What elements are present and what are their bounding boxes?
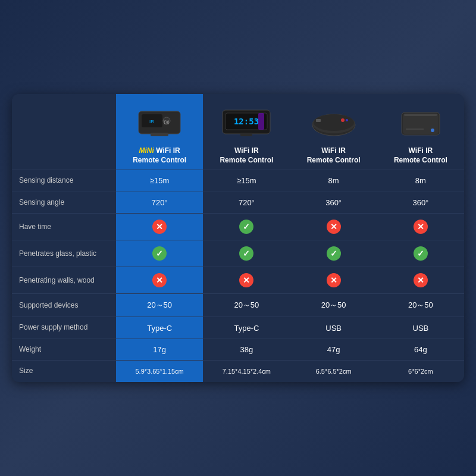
svg-rect-14 (316, 119, 321, 122)
svg-point-20 (431, 129, 434, 132)
icon-cross: ✕ (414, 273, 428, 287)
mini-device-svg: IR )))) (136, 105, 183, 138)
label-supported-devices: Supported devices (12, 294, 116, 317)
svg-rect-9 (240, 133, 252, 136)
icon-cross: ✕ (152, 273, 167, 287)
label-size: Size (12, 361, 116, 382)
svg-point-15 (341, 118, 345, 122)
label-penetrating-walls: Penetrating walls, wood (12, 267, 116, 293)
cell-sensing-angle-4: 360° (377, 192, 464, 214)
round-device-svg (310, 107, 358, 137)
cell-supported-devices-3: 20～50 (290, 294, 377, 317)
svg-rect-10 (258, 113, 264, 130)
product-image-box (394, 101, 447, 143)
product-name-round: WiFi IRRemote Control (307, 146, 361, 165)
row-have-time: Have time ✕ ✓ ✕ ✕ (12, 213, 464, 240)
product-image-round (307, 101, 361, 143)
cell-supported-devices-2: 20～50 (203, 294, 290, 317)
row-power-supply: Power supply method Type-C Type-C USB US… (12, 317, 464, 339)
product-name-mini: MiNi WiFi IRRemote Control (133, 146, 186, 165)
label-weight: Weight (12, 339, 116, 361)
data-rows-container: Sensing distance ≥15m ≥15m 8m 8m Sensing… (12, 170, 464, 382)
svg-text:IR: IR (149, 119, 154, 124)
cell-sensing-distance-4: 8m (377, 170, 464, 192)
cell-power-supply-1: Type-C (116, 317, 203, 339)
cell-penetrating-walls-3: ✕ (290, 267, 377, 293)
icon-check: ✓ (414, 246, 428, 261)
cell-size-1: 5.9*3.65*1.15cm (116, 361, 203, 382)
icon-check: ✓ (152, 246, 167, 261)
product-header-row: IR )))) MiNi WiFi IRRemote Control 12:53 (12, 94, 464, 170)
label-have-time: Have time (12, 214, 116, 240)
cell-have-time-4: ✕ (377, 214, 464, 240)
icon-check: ✓ (327, 246, 341, 261)
cell-penetrates-glass-4: ✓ (377, 240, 464, 267)
header-empty-cell (12, 94, 116, 170)
box-device-svg (397, 105, 444, 138)
svg-text:12:53: 12:53 (234, 117, 259, 126)
row-size: Size 5.9*3.65*1.15cm 7.15*4.15*2.4cm 6.5… (12, 360, 464, 382)
icon-cross: ✕ (152, 220, 167, 234)
cell-supported-devices-1: 20～50 (116, 294, 203, 317)
label-sensing-distance: Sensing distance (12, 170, 116, 192)
product-col-box: WiFi IRRemote Control (377, 94, 464, 170)
cell-sensing-angle-3: 360° (290, 192, 377, 214)
cell-power-supply-4: USB (377, 317, 464, 339)
cell-have-time-1: ✕ (116, 214, 203, 240)
cell-penetrating-walls-2: ✕ (203, 267, 290, 293)
product-name-clock: WiFi IRRemote Control (220, 146, 273, 165)
row-penetrates-glass: Penetrates glass, plastic ✓ ✓ ✓ ✓ (12, 240, 464, 267)
cell-sensing-distance-1: ≥15m (116, 170, 203, 192)
product-col-mini: IR )))) MiNi WiFi IRRemote Control (116, 94, 203, 170)
cell-have-time-3: ✕ (290, 214, 377, 240)
product-name-box: WiFi IRRemote Control (394, 146, 447, 165)
cell-power-supply-2: Type-C (203, 317, 290, 339)
cell-weight-4: 64g (377, 339, 464, 361)
cell-penetrating-walls-4: ✕ (377, 267, 464, 293)
product-col-clock: 12:53 WiFi IRRemote Control (203, 94, 290, 170)
cell-size-2: 7.15*4.15*2.4cm (203, 361, 290, 382)
cell-penetrates-glass-1: ✓ (116, 240, 203, 267)
cell-sensing-distance-3: 8m (290, 170, 377, 192)
clock-device-svg: 12:53 (220, 105, 273, 138)
cell-weight-2: 38g (203, 339, 290, 361)
svg-rect-19 (404, 114, 437, 116)
label-sensing-angle: Sensing angle (12, 192, 116, 214)
icon-check: ✓ (239, 220, 253, 234)
cell-weight-1: 17g (116, 339, 203, 361)
row-weight: Weight 17g 38g 47g 64g (12, 339, 464, 361)
row-sensing-distance: Sensing distance ≥15m ≥15m 8m 8m (12, 170, 464, 192)
cell-size-4: 6*6*2cm (377, 361, 464, 382)
icon-cross: ✕ (239, 273, 253, 287)
cell-penetrates-glass-2: ✓ (203, 240, 290, 267)
svg-text:)))): )))) (164, 120, 169, 124)
icon-cross: ✕ (327, 220, 341, 234)
svg-point-16 (346, 119, 348, 121)
cell-penetrating-walls-1: ✕ (116, 267, 203, 293)
cell-sensing-angle-1: 720° (116, 192, 203, 214)
cell-sensing-distance-2: ≥15m (203, 170, 290, 192)
icon-cross: ✕ (327, 273, 341, 287)
product-image-clock: 12:53 (220, 101, 273, 143)
svg-point-13 (314, 114, 354, 131)
cell-power-supply-3: USB (290, 317, 377, 339)
product-col-round: WiFi IRRemote Control (290, 94, 377, 170)
comparison-table: IR )))) MiNi WiFi IRRemote Control 12:53 (12, 94, 464, 382)
cell-supported-devices-4: 20～50 (377, 294, 464, 317)
svg-rect-5 (151, 133, 168, 136)
label-power-supply: Power supply method (12, 317, 116, 339)
row-penetrating-walls: Penetrating walls, wood ✕ ✕ ✕ ✕ (12, 267, 464, 293)
cell-penetrates-glass-3: ✓ (290, 240, 377, 267)
cell-sensing-angle-2: 720° (203, 192, 290, 214)
cell-have-time-2: ✓ (203, 214, 290, 240)
row-supported-devices: Supported devices 20～50 20～50 20～50 20～5… (12, 293, 464, 317)
cell-weight-3: 47g (290, 339, 377, 361)
icon-check: ✓ (239, 246, 253, 261)
product-image-mini: IR )))) (133, 101, 186, 143)
label-penetrates-glass: Penetrates glass, plastic (12, 240, 116, 267)
icon-cross: ✕ (414, 220, 428, 234)
cell-size-3: 6.5*6.5*2cm (290, 361, 377, 382)
row-sensing-angle: Sensing angle 720° 720° 360° 360° (12, 192, 464, 214)
